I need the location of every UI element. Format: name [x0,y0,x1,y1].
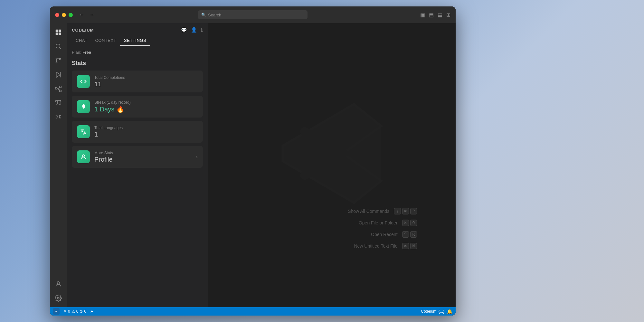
key-ctrl: ^ [402,231,409,238]
back-button[interactable]: ← [79,12,84,18]
statusbar-right: Codeium: {...} 🔔 [421,309,452,314]
key-r: R [410,231,417,238]
show-all-commands-label: Show All Commands [338,209,389,214]
profile-value: Profile [94,156,192,163]
info-icon[interactable]: ℹ [201,27,203,33]
open-file-label: Open File or Folder [346,220,398,225]
new-file-label: New Untitled Text File [346,243,398,249]
editor-area: Show All Commands ⇧ ⌘ P Open File or Fol… [208,23,456,307]
profile-icon [77,150,90,163]
activity-extensions[interactable] [52,82,65,95]
svg-point-4 [56,44,60,48]
search-placeholder: Search [208,13,221,17]
completions-info: Total Completions 11 [94,75,198,88]
activity-account[interactable] [52,278,65,290]
plan-value: Free [82,50,91,55]
svg-rect-0 [56,30,58,32]
toggle-icon: ≡ [55,309,57,313]
forward-button[interactable]: → [90,12,95,18]
errors-item[interactable]: ✕ 0 ⚠ 0 ⊙ 0 [63,309,86,314]
account-icon[interactable]: 👤 [191,27,197,33]
key-cmd: ⌘ [402,208,409,214]
completions-icon [77,75,90,88]
activity-bar [50,23,67,307]
open-recent-label: Open Recent [346,232,398,237]
svg-rect-12 [55,87,57,89]
open-recent-keys: ^ R [402,231,417,238]
codeium-sidebar: CODEIUM 💬 👤 ℹ CHAT CONTEXT SETTINGS Plan… [67,23,208,307]
activity-test[interactable] [52,97,65,109]
svg-point-15 [57,282,59,284]
error-icon: ✕ [63,309,67,314]
streak-emoji: 🔥 [116,105,124,113]
stat-card-completions: Total Completions 11 [72,71,203,92]
tab-context[interactable]: CONTEXT [91,35,120,46]
key-cmd2: ⌘ [402,220,409,226]
svg-point-16 [57,297,59,299]
tab-chat[interactable]: CHAT [72,35,91,46]
key-o: O [410,220,417,226]
stats-heading: Stats [72,60,203,67]
layout-sidebar-icon[interactable]: ▣ [420,12,425,18]
stat-card-languages: Total Languages 1 [72,121,203,143]
search-bar[interactable]: 🔍 Search [198,10,308,19]
profile-info: More Stats Profile [94,151,192,163]
streak-info: Streak (1 day record) 1 Days 🔥 [94,100,198,113]
activity-json[interactable] [52,111,65,124]
languages-label: Total Languages [94,126,198,130]
svg-point-8 [56,62,57,63]
main-window: ← → 🔍 Search ▣ ⬒ ⬓ ⊞ [50,6,456,316]
layout-split-icon[interactable]: ⬓ [438,12,442,18]
main-area: CODEIUM 💬 👤 ℹ CHAT CONTEXT SETTINGS Plan… [50,23,456,307]
bell-icon[interactable]: 🔔 [447,309,452,314]
tab-settings[interactable]: SETTINGS [120,35,150,46]
stat-card-streak: Streak (1 day record) 1 Days 🔥 [72,96,203,118]
command-open-recent: Open Recent ^ R [338,231,417,238]
activity-explorer[interactable] [52,26,65,39]
show-all-commands-keys: ⇧ ⌘ P [394,208,417,214]
warning-count: 0 [76,309,79,314]
command-open-file: Open File or Folder ⌘ O [338,220,417,226]
maximize-button[interactable] [69,13,73,17]
titlebar: ← → 🔍 Search ▣ ⬒ ⬓ ⊞ [50,6,456,23]
traffic-lights [55,13,73,17]
info-icon-status: ⊙ [80,309,83,314]
tabs: CHAT CONTEXT SETTINGS [67,33,208,46]
titlebar-right: ▣ ⬒ ⬓ ⊞ [420,12,450,18]
command-new-file: New Untitled Text File ⌘ N [338,243,417,249]
forward-item: ➤ [90,309,93,314]
sidebar-toggle[interactable]: ≡ [53,308,60,315]
welcome-commands: Show All Commands ⇧ ⌘ P Open File or Fol… [338,208,417,249]
codeium-status[interactable]: Codeium: {...} [421,309,444,314]
close-button[interactable] [55,13,59,17]
svg-rect-3 [59,33,61,35]
languages-info: Total Languages 1 [94,126,198,138]
languages-value: 1 [94,131,198,138]
vscode-watermark [277,99,387,210]
layout-grid-icon[interactable]: ⊞ [446,12,450,18]
sidebar-content: Plan: Free Stats Total Completions 11 [67,46,208,307]
statusbar: ≡ ✕ 0 ⚠ 0 ⊙ 0 ➤ Codeium: {...} 🔔 [50,307,456,316]
streak-icon [77,100,90,113]
streak-label: Streak (1 day record) [94,100,198,105]
stat-card-profile[interactable]: More Stats Profile › [72,146,203,168]
svg-marker-10 [56,72,61,78]
streak-value: 1 Days 🔥 [94,105,198,113]
layout-panel-icon[interactable]: ⬒ [429,12,434,18]
header-icons: 💬 👤 ℹ [181,27,203,33]
titlebar-nav: ← → [79,12,95,18]
activity-git[interactable] [52,54,65,67]
plan-label: Plan: [72,50,81,55]
minimize-button[interactable] [62,13,66,17]
activity-search[interactable] [52,40,65,53]
key-p: P [410,208,417,214]
new-file-keys: ⌘ N [402,243,417,249]
languages-icon [77,125,90,138]
command-show-all: Show All Commands ⇧ ⌘ P [338,208,417,214]
codeium-title: CODEIUM [72,28,94,33]
chevron-right-icon: › [196,154,198,160]
chat-icon[interactable]: 💬 [181,27,187,33]
svg-rect-2 [56,33,58,35]
activity-settings[interactable] [52,292,65,305]
activity-run[interactable] [52,68,65,81]
